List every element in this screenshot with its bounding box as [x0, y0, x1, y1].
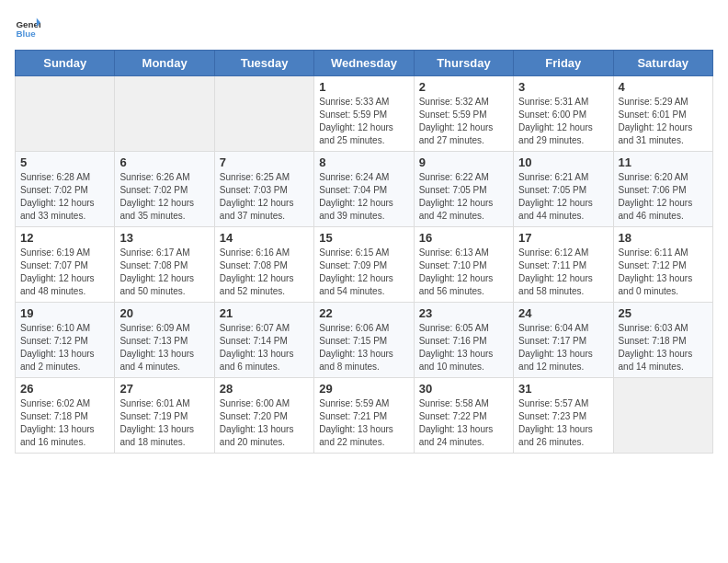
day-number: 1: [319, 80, 408, 94]
day-info: Sunrise: 6:16 AM Sunset: 7:08 PM Dayligh…: [220, 247, 309, 298]
day-cell: 16Sunrise: 6:13 AM Sunset: 7:10 PM Dayli…: [414, 227, 513, 303]
day-info: Sunrise: 5:29 AM Sunset: 6:01 PM Dayligh…: [619, 96, 708, 147]
day-info: Sunrise: 6:28 AM Sunset: 7:02 PM Dayligh…: [20, 171, 109, 223]
day-info: Sunrise: 6:13 AM Sunset: 7:10 PM Dayligh…: [419, 247, 508, 298]
day-cell: [16, 76, 115, 152]
day-info: Sunrise: 6:04 AM Sunset: 7:17 PM Dayligh…: [518, 322, 608, 373]
day-cell: 23Sunrise: 6:05 AM Sunset: 7:16 PM Dayli…: [414, 303, 513, 378]
day-number: 15: [319, 231, 408, 245]
week-row-5: 26Sunrise: 6:02 AM Sunset: 7:18 PM Dayli…: [16, 378, 713, 454]
day-number: 10: [518, 155, 608, 169]
day-number: 4: [619, 80, 708, 94]
day-info: Sunrise: 6:06 AM Sunset: 7:15 PM Dayligh…: [319, 322, 408, 373]
day-cell: 10Sunrise: 6:21 AM Sunset: 7:05 PM Dayli…: [514, 152, 613, 227]
day-cell: 15Sunrise: 6:15 AM Sunset: 7:09 PM Dayli…: [314, 227, 414, 303]
day-info: Sunrise: 6:09 AM Sunset: 7:13 PM Dayligh…: [119, 322, 209, 373]
day-number: 24: [518, 306, 608, 320]
week-row-2: 5Sunrise: 6:28 AM Sunset: 7:02 PM Daylig…: [16, 152, 713, 227]
days-header-row: SundayMondayTuesdayWednesdayThursdayFrid…: [16, 51, 713, 76]
day-cell: 1Sunrise: 5:33 AM Sunset: 5:59 PM Daylig…: [314, 76, 414, 152]
day-cell: 30Sunrise: 5:58 AM Sunset: 7:22 PM Dayli…: [414, 378, 513, 454]
day-number: 12: [20, 231, 109, 245]
day-info: Sunrise: 5:31 AM Sunset: 6:00 PM Dayligh…: [518, 96, 608, 147]
day-number: 31: [518, 382, 608, 396]
day-number: 22: [319, 306, 408, 320]
day-number: 27: [119, 382, 209, 396]
day-info: Sunrise: 6:03 AM Sunset: 7:18 PM Dayligh…: [619, 322, 708, 373]
day-info: Sunrise: 6:22 AM Sunset: 7:05 PM Dayligh…: [419, 171, 508, 223]
day-number: 5: [20, 155, 109, 169]
day-header-sunday: Sunday: [16, 51, 115, 76]
day-cell: 17Sunrise: 6:12 AM Sunset: 7:11 PM Dayli…: [514, 227, 613, 303]
day-cell: 12Sunrise: 6:19 AM Sunset: 7:07 PM Dayli…: [16, 227, 115, 303]
day-cell: [214, 76, 313, 152]
day-header-monday: Monday: [115, 51, 214, 76]
day-cell: 4Sunrise: 5:29 AM Sunset: 6:01 PM Daylig…: [613, 76, 712, 152]
day-number: 3: [518, 80, 608, 94]
logo-icon: General Blue: [15, 15, 40, 40]
day-cell: 11Sunrise: 6:20 AM Sunset: 7:06 PM Dayli…: [613, 152, 712, 227]
day-info: Sunrise: 5:59 AM Sunset: 7:21 PM Dayligh…: [319, 397, 408, 449]
day-cell: 25Sunrise: 6:03 AM Sunset: 7:18 PM Dayli…: [613, 303, 712, 378]
day-info: Sunrise: 6:12 AM Sunset: 7:11 PM Dayligh…: [518, 247, 608, 298]
day-cell: 8Sunrise: 6:24 AM Sunset: 7:04 PM Daylig…: [314, 152, 414, 227]
day-info: Sunrise: 6:07 AM Sunset: 7:14 PM Dayligh…: [220, 322, 309, 373]
day-cell: 18Sunrise: 6:11 AM Sunset: 7:12 PM Dayli…: [613, 227, 712, 303]
day-cell: 26Sunrise: 6:02 AM Sunset: 7:18 PM Dayli…: [16, 378, 115, 454]
svg-text:Blue: Blue: [16, 29, 36, 39]
logo: General Blue: [15, 15, 44, 40]
calendar: SundayMondayTuesdayWednesdayThursdayFrid…: [15, 50, 713, 454]
day-info: Sunrise: 6:00 AM Sunset: 7:20 PM Dayligh…: [220, 397, 309, 449]
day-cell: 3Sunrise: 5:31 AM Sunset: 6:00 PM Daylig…: [514, 76, 613, 152]
day-info: Sunrise: 6:19 AM Sunset: 7:07 PM Dayligh…: [20, 247, 109, 298]
day-cell: 22Sunrise: 6:06 AM Sunset: 7:15 PM Dayli…: [314, 303, 414, 378]
day-cell: [613, 378, 712, 454]
day-info: Sunrise: 6:17 AM Sunset: 7:08 PM Dayligh…: [119, 247, 209, 298]
day-info: Sunrise: 6:15 AM Sunset: 7:09 PM Dayligh…: [319, 247, 408, 298]
day-number: 8: [319, 155, 408, 169]
day-info: Sunrise: 6:11 AM Sunset: 7:12 PM Dayligh…: [619, 247, 708, 298]
day-cell: 9Sunrise: 6:22 AM Sunset: 7:05 PM Daylig…: [414, 152, 513, 227]
day-number: 9: [419, 155, 508, 169]
day-number: 23: [419, 306, 508, 320]
day-number: 14: [220, 231, 309, 245]
day-header-tuesday: Tuesday: [214, 51, 313, 76]
day-number: 30: [419, 382, 508, 396]
day-cell: [115, 76, 214, 152]
week-row-4: 19Sunrise: 6:10 AM Sunset: 7:12 PM Dayli…: [16, 303, 713, 378]
day-cell: 5Sunrise: 6:28 AM Sunset: 7:02 PM Daylig…: [16, 152, 115, 227]
day-number: 7: [220, 155, 309, 169]
day-info: Sunrise: 6:10 AM Sunset: 7:12 PM Dayligh…: [20, 322, 109, 373]
day-number: 29: [319, 382, 408, 396]
day-info: Sunrise: 6:26 AM Sunset: 7:02 PM Dayligh…: [119, 171, 209, 223]
day-cell: 27Sunrise: 6:01 AM Sunset: 7:19 PM Dayli…: [115, 378, 214, 454]
day-cell: 28Sunrise: 6:00 AM Sunset: 7:20 PM Dayli…: [214, 378, 313, 454]
day-cell: 20Sunrise: 6:09 AM Sunset: 7:13 PM Dayli…: [115, 303, 214, 378]
day-number: 13: [119, 231, 209, 245]
header: General Blue: [15, 15, 713, 40]
day-header-wednesday: Wednesday: [314, 51, 414, 76]
day-cell: 29Sunrise: 5:59 AM Sunset: 7:21 PM Dayli…: [314, 378, 414, 454]
day-number: 18: [619, 231, 708, 245]
day-header-saturday: Saturday: [613, 51, 712, 76]
day-info: Sunrise: 6:24 AM Sunset: 7:04 PM Dayligh…: [319, 171, 408, 223]
day-info: Sunrise: 6:21 AM Sunset: 7:05 PM Dayligh…: [518, 171, 608, 223]
day-cell: 7Sunrise: 6:25 AM Sunset: 7:03 PM Daylig…: [214, 152, 313, 227]
day-header-friday: Friday: [514, 51, 613, 76]
day-info: Sunrise: 6:01 AM Sunset: 7:19 PM Dayligh…: [119, 397, 209, 449]
day-number: 19: [20, 306, 109, 320]
day-number: 21: [220, 306, 309, 320]
day-info: Sunrise: 6:20 AM Sunset: 7:06 PM Dayligh…: [619, 171, 708, 223]
day-number: 25: [619, 306, 708, 320]
day-cell: 2Sunrise: 5:32 AM Sunset: 5:59 PM Daylig…: [414, 76, 513, 152]
day-info: Sunrise: 5:58 AM Sunset: 7:22 PM Dayligh…: [419, 397, 508, 449]
day-header-thursday: Thursday: [414, 51, 513, 76]
day-info: Sunrise: 5:57 AM Sunset: 7:23 PM Dayligh…: [518, 397, 608, 449]
day-number: 17: [518, 231, 608, 245]
day-number: 20: [119, 306, 209, 320]
day-number: 28: [220, 382, 309, 396]
day-info: Sunrise: 6:05 AM Sunset: 7:16 PM Dayligh…: [419, 322, 508, 373]
day-info: Sunrise: 6:02 AM Sunset: 7:18 PM Dayligh…: [20, 397, 109, 449]
day-cell: 24Sunrise: 6:04 AM Sunset: 7:17 PM Dayli…: [514, 303, 613, 378]
day-number: 11: [619, 155, 708, 169]
